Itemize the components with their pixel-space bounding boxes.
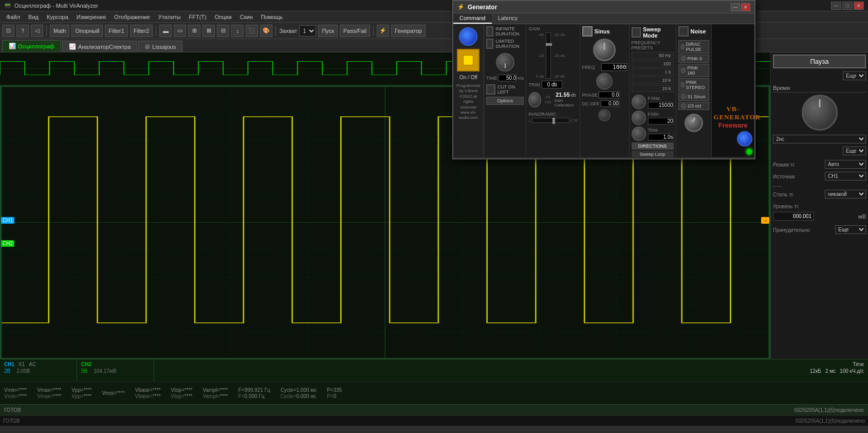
noise-knob[interactable] [685,114,703,132]
time-sweep-input[interactable]: 1.0s [648,134,674,140]
menu-file[interactable]: Файл [2,13,24,21]
force-select[interactable]: Еще [835,225,866,234]
fmax-knob[interactable] [632,95,646,109]
tb-pusk-btn[interactable]: Пуск [318,25,338,37]
tb-shape1[interactable]: ▬ [159,25,172,37]
sweep-loop-btn[interactable]: Sweep Loop [632,151,674,158]
duration-knob[interactable] [496,53,514,71]
tb-shape2[interactable]: ▭ [174,25,186,37]
tb-shape4[interactable]: ⊠ [202,25,215,37]
menu-display[interactable]: Отображение [110,13,154,21]
maximize-btn[interactable]: □ [842,2,853,10]
gen-icon: ⚡ [457,4,465,10]
tb-icon2[interactable]: ? [16,25,29,37]
close-btn[interactable]: ✕ [854,2,864,10]
esche-select-2[interactable]: Еще [843,147,866,155]
cut-on-left-row[interactable]: CUT ON LEFT [486,84,524,95]
gain-cal-label: Gain Calibration [554,98,577,107]
tab-oscilloscope[interactable]: 📊 Осциллограф [2,40,61,52]
infinite-duration-row[interactable]: INFINITE DURATION [486,26,524,37]
preset-50hz[interactable]: 50 Hz [632,52,674,59]
limited-duration-row[interactable]: LIMITED DURATION [486,39,524,49]
time-sweep-knob[interactable] [632,127,646,141]
tb-icon1[interactable]: ⊡ [2,25,14,37]
tb-generator-btn[interactable]: Генератор [391,25,426,37]
phase-display-row: PHASE 0.0 [582,92,627,98]
freq-input[interactable]: 1000 [601,63,627,71]
fmin-knob[interactable] [632,111,646,125]
level-input[interactable]: 000.001 [773,212,814,221]
tb-zahvat-select[interactable]: 124 [299,25,316,37]
preset-100[interactable]: 100 [632,60,674,67]
phase-input[interactable]: 0.0 [599,92,619,98]
menu-measure[interactable]: Измерения [72,13,110,21]
tab-lissajous[interactable]: ◎ Lissajous [138,41,182,52]
time-knob[interactable] [802,95,838,131]
onethird-btn[interactable]: 1/3 oct [678,102,709,110]
pink-stereo-label: PINK STEREO [686,80,707,90]
source-select[interactable]: CH1 [825,172,866,181]
tb-color[interactable]: 🎨 [260,25,272,37]
frequency-knob[interactable] [593,39,616,61]
panoramic-slider[interactable] [532,118,569,123]
style-select[interactable]: никакой [825,190,866,199]
pink0-btn[interactable]: PINK 0 [678,55,709,63]
dcoff-knob[interactable] [598,109,611,121]
options-button[interactable]: Options [486,97,524,105]
dirac-btn[interactable]: DIRAC PULSE [678,40,709,53]
menu-utils[interactable]: Утилиты [154,13,185,21]
gain-slider[interactable] [546,32,551,79]
sinus-header: Sinus [582,26,627,37]
p-val: 335 [334,387,342,393]
menu-view[interactable]: Вид [24,13,43,21]
pan-R: R [575,118,578,123]
time-val: 2 мс [825,368,836,374]
meas-vtop: Vtop=**** Vtop=**** [171,387,193,399]
pause-button[interactable]: Пауза [773,55,866,68]
ch2-marker[interactable]: CH2 [1,240,14,247]
tab-spec-icon: 📈 [69,43,76,50]
fmax-input[interactable]: 15000 [648,102,674,109]
directions-btn[interactable]: DIRECTIONS [632,142,674,150]
pink180-btn[interactable]: PINK 180 [678,64,709,77]
tb-filter2-btn[interactable]: Filter2 [130,25,153,37]
tb-icon3[interactable]: ◁ [31,25,43,37]
tb-passfail-btn[interactable]: Pass/Fail [340,25,370,37]
menu-cursor[interactable]: Курсора [43,13,72,21]
menu-options[interactable]: Опции [211,13,236,21]
tb-cursor1[interactable]: ↕ [231,25,244,37]
tb-cursor2[interactable]: ⬛ [246,25,258,37]
tb-math-btn[interactable]: Math [50,25,69,37]
gen-close-btn[interactable]: ✕ [741,3,750,11]
gen-tab-command[interactable]: Command [453,13,492,24]
minimize-btn[interactable]: — [831,2,841,10]
dcoff-input[interactable]: 0.00 [601,100,619,107]
fmin-input[interactable]: 20 [648,118,674,124]
tb-oporniy-btn[interactable]: Опорный [71,25,103,37]
pink-stereo-btn[interactable]: PINK STEREO [678,78,709,92]
preset-15k[interactable]: 15 k [632,85,674,92]
menu-skin[interactable]: Скин [236,13,257,21]
tab-spectrum[interactable]: 📈 АнализаторСпектра [62,41,137,52]
preset-1k[interactable]: 1 k [632,68,674,76]
vbase-label: Vbase= [135,387,153,393]
gen-tab-latency[interactable]: Latency [492,13,524,24]
tb-shape5[interactable]: ⊟ [217,25,229,37]
esche-select-1[interactable]: Еще [843,71,866,80]
sinus31-btn[interactable]: 31 Sinus [678,93,709,101]
trig-mode-select[interactable]: Авто [825,160,866,169]
menu-help[interactable]: Помощь [257,13,287,21]
phase-knob[interactable] [596,73,613,89]
tb-gen-icon[interactable]: ⚡ [377,25,389,37]
on-off-button[interactable] [457,49,479,71]
ch1-marker[interactable]: CH1 [1,217,14,224]
trim-knob[interactable] [528,92,541,107]
menu-fft[interactable]: FFT(T) [185,13,211,21]
tb-shape3[interactable]: ⊞ [188,25,200,37]
vampl-val: **** [220,387,228,393]
tb-filter1-btn[interactable]: Filter1 [105,25,128,37]
time-value-select[interactable]: 2нс [773,135,866,143]
gen-minimize-btn[interactable]: — [731,3,740,11]
preset-10k[interactable]: 10 k [632,77,674,84]
time-input[interactable]: 50.0 [498,75,516,81]
